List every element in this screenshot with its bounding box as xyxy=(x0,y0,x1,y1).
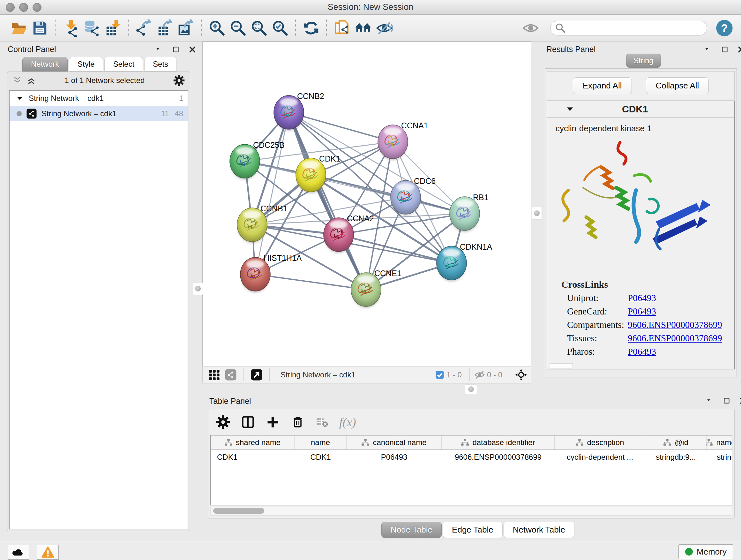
collection-expander-icon[interactable] xyxy=(16,95,23,102)
warnings-button[interactable] xyxy=(37,545,59,560)
open-in-window-icon[interactable] xyxy=(248,368,265,382)
bottom-splitter-grip[interactable] xyxy=(465,384,477,394)
results-scrollbar-nub[interactable] xyxy=(550,363,573,368)
search-input[interactable] xyxy=(569,23,702,33)
show-hide-graphics-icon[interactable] xyxy=(374,17,395,39)
network-canvas[interactable]: CCNB2 CCNA1 CDC25B CDK1 CDC6 RB1 CCNB1 xyxy=(202,42,531,367)
panel-menu-icon[interactable] xyxy=(706,396,714,405)
network-node-CCNE1[interactable]: CCNE1 xyxy=(351,269,401,308)
crosslink-link[interactable]: P06493 xyxy=(628,347,656,357)
add-column-icon[interactable] xyxy=(266,415,280,429)
toolbar-separator xyxy=(201,19,202,37)
tab-style[interactable]: Style xyxy=(69,57,103,71)
help-button[interactable]: ? xyxy=(716,19,733,37)
left-splitter-grip[interactable] xyxy=(193,282,203,295)
column-header-name[interactable]: name xyxy=(294,435,347,449)
zoom-selected-icon[interactable] xyxy=(270,17,291,39)
network-node-CDC6[interactable]: CDC6 xyxy=(391,177,435,216)
panel-float-icon[interactable] xyxy=(723,396,731,405)
crosslink-link[interactable]: P06493 xyxy=(628,306,656,317)
network-collection-row[interactable]: String Network – cdk1 1 xyxy=(10,91,188,106)
tab-select[interactable]: Select xyxy=(105,57,143,71)
table-scrollbar-thumb[interactable] xyxy=(213,508,264,514)
tab-string[interactable]: String xyxy=(626,54,661,68)
tab-network-table[interactable]: Network Table xyxy=(503,522,575,538)
expand-all-button[interactable]: Expand All xyxy=(573,77,632,94)
collapse-all-button[interactable]: Collapse All xyxy=(646,77,709,94)
refresh-icon[interactable] xyxy=(300,17,322,39)
crosslink-link[interactable]: 9606.ENSP00000378699 xyxy=(628,320,722,330)
network-edge[interactable] xyxy=(255,112,289,274)
panel-float-icon[interactable] xyxy=(721,45,729,54)
table-cell[interactable]: cyclin-dependent ... xyxy=(555,450,645,464)
zoom-in-icon[interactable] xyxy=(206,17,227,39)
search-icon xyxy=(555,23,566,34)
selected-checkbox-icon[interactable] xyxy=(435,370,445,380)
column-header-shared-name[interactable]: shared name xyxy=(211,435,294,449)
memory-button[interactable]: Memory xyxy=(678,544,733,559)
table-horizontal-scrollbar[interactable] xyxy=(210,507,732,516)
import-network-icon[interactable] xyxy=(60,17,81,39)
import-database-icon[interactable] xyxy=(81,17,103,39)
network-row[interactable]: String Network – cdk1 11 48 xyxy=(10,106,188,121)
expand-all-icon[interactable] xyxy=(26,76,36,85)
duplicate-network-icon[interactable] xyxy=(332,17,353,39)
cloud-button[interactable] xyxy=(8,545,29,560)
gene-card-expander-icon[interactable] xyxy=(566,105,574,113)
tab-network[interactable]: Network xyxy=(22,57,68,71)
export-table-icon[interactable] xyxy=(154,17,176,39)
network-node-CDK1[interactable]: CDK1 xyxy=(296,154,340,193)
search-box[interactable] xyxy=(550,21,707,36)
panel-menu-icon[interactable] xyxy=(155,45,163,54)
tab-sets[interactable]: Sets xyxy=(144,57,177,71)
panel-close-icon[interactable] xyxy=(188,45,197,54)
open-file-icon[interactable] xyxy=(8,17,29,39)
column-label: namespace xyxy=(716,438,732,447)
network-options-gear-icon[interactable] xyxy=(173,75,185,86)
delete-column-icon[interactable] xyxy=(291,415,305,429)
export-network-icon[interactable] xyxy=(133,17,154,39)
network-node-CCNB2[interactable]: CCNB2 xyxy=(274,91,324,131)
column-header-canonical-name[interactable]: canonical name xyxy=(347,435,442,449)
first-neighbors-icon[interactable] xyxy=(353,17,374,39)
gene-card-header[interactable]: CDK1 xyxy=(547,101,734,118)
table-cell[interactable]: 9606.ENSP00000378699 xyxy=(442,450,555,464)
network-edge[interactable] xyxy=(289,112,366,290)
grid-view-icon[interactable] xyxy=(206,368,222,382)
import-table-icon[interactable] xyxy=(103,17,124,39)
panel-close-icon[interactable] xyxy=(737,45,741,54)
network-edge[interactable] xyxy=(255,274,366,290)
right-splitter-grip[interactable] xyxy=(532,207,542,220)
zoom-fit-icon[interactable] xyxy=(249,17,270,39)
table-options-gear-icon[interactable] xyxy=(216,415,230,429)
save-icon[interactable] xyxy=(29,17,51,39)
tab-node-table[interactable]: Node Table xyxy=(381,522,442,538)
column-header--id[interactable]: @id xyxy=(645,435,706,449)
show-columns-icon[interactable] xyxy=(241,415,255,429)
fit-content-crosshair-icon[interactable] xyxy=(515,368,528,381)
column-header-namespace[interactable]: namespace xyxy=(706,435,732,449)
table-cell[interactable]: CDK1 xyxy=(294,450,347,464)
table-cell[interactable]: stringdb:9... xyxy=(645,450,706,464)
tab-edge-table[interactable]: Edge Table xyxy=(443,522,502,538)
network-node-CDKN1A[interactable]: CDKN1A xyxy=(436,242,492,282)
column-header-description[interactable]: description xyxy=(555,435,645,449)
table-cell[interactable]: P06493 xyxy=(347,450,442,464)
table-cell[interactable]: stringdb xyxy=(706,450,732,464)
export-image-icon[interactable] xyxy=(176,17,197,39)
level-of-detail-icon[interactable] xyxy=(520,17,541,39)
panel-close-icon[interactable] xyxy=(739,396,741,405)
column-header-database-identifier[interactable]: database identifier xyxy=(442,435,555,449)
table-row[interactable]: CDK1CDK1P064939606.ENSP00000378699cyclin… xyxy=(211,450,732,464)
network-node-HIST1H1A[interactable]: HIST1H1A xyxy=(240,253,302,293)
zoom-out-icon[interactable] xyxy=(227,17,249,39)
table-cell[interactable]: CDK1 xyxy=(211,450,294,464)
crosslink-link[interactable]: 9606.ENSP00000378699 xyxy=(628,333,722,344)
panel-float-icon[interactable] xyxy=(172,45,180,54)
network-node-RB1[interactable]: RB1 xyxy=(450,193,488,232)
network-view-icon[interactable] xyxy=(222,368,239,382)
crosslink-link[interactable]: P06493 xyxy=(628,293,656,303)
collapse-all-icon[interactable] xyxy=(12,76,22,85)
panel-menu-icon[interactable] xyxy=(704,45,712,54)
network-node-CCNA1[interactable]: CCNA1 xyxy=(378,121,428,160)
